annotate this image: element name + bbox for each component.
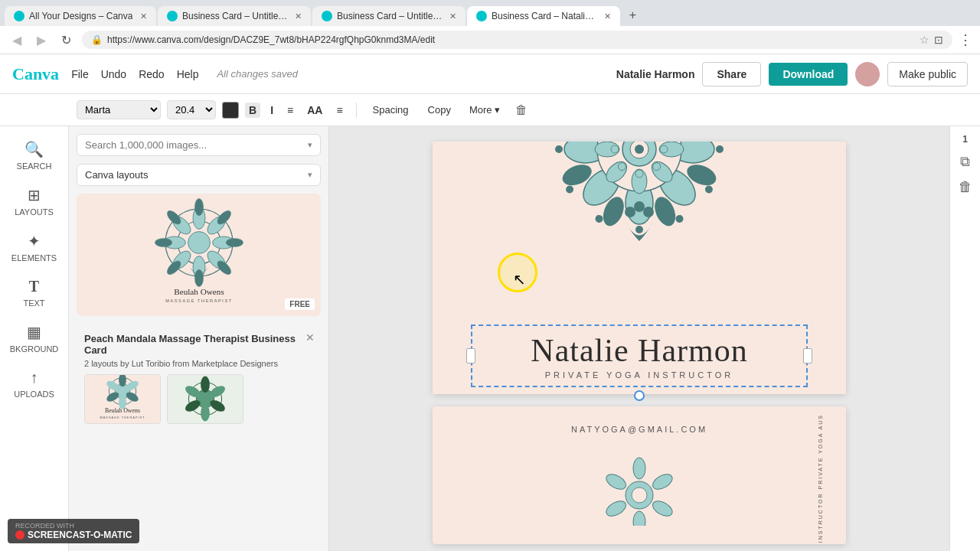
sidebar-label-background: BKGROUND <box>10 344 59 354</box>
sidebar-label-text: TEXT <box>23 298 44 308</box>
new-tab-button[interactable]: + <box>622 5 643 26</box>
layout-select[interactable]: Canva layouts ▾ <box>77 164 321 186</box>
uploads-icon: ↑ <box>31 369 38 386</box>
sidebar-item-background[interactable]: ▦ BKGROUND <box>4 317 65 360</box>
bookmark-icon[interactable]: ☆ <box>920 34 929 46</box>
download-button[interactable]: Download <box>769 63 848 86</box>
tab-label-4: Business Card – Natalie ... <box>492 11 596 21</box>
business-card-1[interactable]: Natalie Harmon PRIVATE YOGA INSTRUCTOR <box>433 142 846 394</box>
make-public-button[interactable]: Make public <box>887 62 968 86</box>
template-preview: Beulah Owens MASSAGE THERAPIST FREE <box>77 194 321 316</box>
more-button[interactable]: More ▾ <box>463 102 506 118</box>
list-button[interactable]: ≡ <box>332 103 346 118</box>
favicon-3 <box>322 11 332 21</box>
italic-button[interactable]: I <box>266 103 277 118</box>
svg-point-3 <box>188 232 210 254</box>
font-family-select[interactable]: Marta <box>77 100 161 119</box>
search-icon: 🔍 <box>24 140 44 158</box>
svg-point-16 <box>194 269 203 286</box>
close-info-button[interactable]: ✕ <box>305 331 315 344</box>
back-button[interactable]: ◀ <box>8 31 26 49</box>
spacing-button[interactable]: Spacing <box>366 101 416 119</box>
lock-icon: 🔒 <box>91 34 103 45</box>
trash-button[interactable]: 🗑 <box>515 103 528 117</box>
extension-icon[interactable]: ⊡ <box>934 34 943 46</box>
screencast-dot <box>15 530 24 540</box>
text-icon: T <box>29 278 39 295</box>
elements-icon: ✦ <box>28 232 41 250</box>
layouts-icon: ⊞ <box>28 186 41 204</box>
sidebar-item-search[interactable]: 🔍 SEARCH <box>4 134 65 177</box>
menu-file[interactable]: File <box>71 68 89 80</box>
svg-point-92 <box>643 207 654 217</box>
avatar[interactable] <box>855 62 880 86</box>
tab-bc-2[interactable]: Business Card – Untitled... ✕ <box>312 6 466 26</box>
menu-redo[interactable]: Redo <box>139 68 164 80</box>
color-picker[interactable] <box>222 102 239 119</box>
address-bar[interactable]: 🔒 https://www.canva.com/design/DACZ9E_7w… <box>82 31 952 49</box>
right-panel: 1 ⧉ 🗑 <box>949 126 980 551</box>
tab-label-1: All Your Designs – Canva <box>29 11 132 21</box>
svg-point-46 <box>716 145 724 153</box>
bold-button[interactable]: B <box>245 103 260 118</box>
share-button[interactable]: Share <box>702 62 761 86</box>
case-button[interactable]: AA <box>303 103 326 118</box>
user-name[interactable]: Natalie Harmon <box>616 68 695 80</box>
svg-point-102 <box>632 487 647 503</box>
font-size-select[interactable]: 20.4 <box>167 100 216 119</box>
selection-handle-left[interactable] <box>466 348 475 364</box>
browser-menu-button[interactable]: ⋮ <box>959 31 972 48</box>
tab-close-4[interactable]: ✕ <box>604 11 611 21</box>
business-card-2[interactable]: NATYOGA@GMAIL.COM <box>433 406 846 544</box>
reload-button[interactable]: ↻ <box>57 31 76 49</box>
selection-handle-right[interactable] <box>803 348 812 364</box>
tab-close-1[interactable]: ✕ <box>140 11 147 21</box>
svg-text:MASSAGE THERAPIST: MASSAGE THERAPIST <box>165 298 233 303</box>
screencast-badge: RECORDED WITH SCREENCAST-O-MATIC <box>8 519 139 543</box>
svg-point-49 <box>635 226 643 233</box>
email-text[interactable]: NATYOGA@GMAIL.COM <box>571 425 707 434</box>
page-number: 1 <box>962 134 968 145</box>
sidebar-item-elements[interactable]: ✦ ELEMENTS <box>4 226 65 269</box>
delete-page-icon[interactable]: 🗑 <box>959 179 972 195</box>
search-dropdown-icon[interactable]: ▾ <box>308 140 312 150</box>
mandala-bottom-svg <box>563 449 716 526</box>
search-input[interactable] <box>85 139 308 151</box>
menu-undo[interactable]: Undo <box>101 68 126 80</box>
favicon-4 <box>476 11 487 21</box>
tab-all-designs[interactable]: All Your Designs – Canva ✕ <box>5 6 156 26</box>
content-panel: ▾ Canva layouts ▾ <box>69 126 329 551</box>
tab-label-3: Business Card – Untitled... <box>337 11 442 21</box>
align-button[interactable]: ≡ <box>283 103 297 118</box>
rotate-handle[interactable] <box>634 390 645 401</box>
copy-page-icon[interactable]: ⧉ <box>960 154 970 170</box>
template-thumb-2[interactable] <box>167 374 243 424</box>
canvas-area[interactable]: ↖ <box>329 126 949 551</box>
svg-point-93 <box>634 201 645 212</box>
svg-point-52 <box>555 145 563 153</box>
svg-point-18 <box>155 238 172 246</box>
template-thumb-1[interactable]: Beulah Owens MASSAGE THERAPIST <box>84 374 161 424</box>
svg-text:MASSAGE THERAPIST: MASSAGE THERAPIST <box>100 416 145 419</box>
divider-1 <box>356 103 357 118</box>
sidebar-item-uploads[interactable]: ↑ UPLOADS <box>4 363 65 405</box>
tab-close-2[interactable]: ✕ <box>295 11 302 21</box>
template-thumbnails: Beulah Owens MASSAGE THERAPIST <box>84 374 313 424</box>
tab-bc-natalie[interactable]: Business Card – Natalie ... ✕ <box>467 6 620 26</box>
copy-button[interactable]: Copy <box>422 102 457 118</box>
menu-help[interactable]: Help <box>177 68 199 80</box>
sidebar-item-text[interactable]: T TEXT <box>4 272 65 314</box>
template-card[interactable]: Beulah Owens MASSAGE THERAPIST FREE <box>77 194 321 316</box>
tab-close-3[interactable]: ✕ <box>449 11 456 21</box>
forward-button[interactable]: ▶ <box>32 31 51 49</box>
search-box[interactable]: ▾ <box>77 134 321 156</box>
svg-point-95 <box>633 458 645 479</box>
sidebar-item-layouts[interactable]: ⊞ LAYOUTS <box>4 180 65 223</box>
tab-bc-1[interactable]: Business Card – Untitled... ✕ <box>158 6 311 26</box>
svg-point-12 <box>194 198 203 215</box>
layout-select-text: Canva layouts <box>85 169 308 181</box>
main-name-text[interactable]: Natalie Harmon <box>488 332 791 369</box>
header-menu: File Undo Redo Help <box>71 68 198 80</box>
saved-status: All changes saved <box>217 68 298 80</box>
sub-title-text[interactable]: PRIVATE YOGA INSTRUCTOR <box>488 370 791 380</box>
